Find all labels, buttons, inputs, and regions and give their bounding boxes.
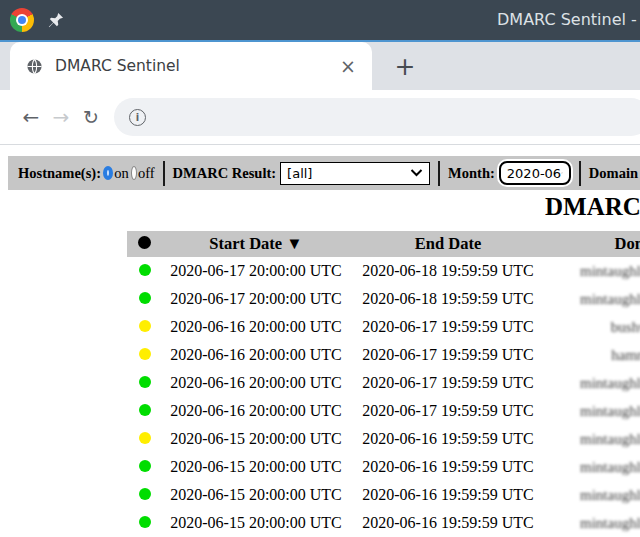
status-dot: [139, 404, 151, 416]
dmarc-result-label: DMARC Result:: [173, 165, 277, 182]
status-dot: [139, 516, 151, 528]
reload-icon[interactable]: ↻: [76, 106, 106, 128]
table-row: 2020-06-16 20:00:00 UTC 2020-06-17 19:59…: [127, 313, 640, 341]
start-date-cell: 2020-06-16 20:00:00 UTC: [162, 402, 350, 420]
dmarc-result-value: [all]: [287, 166, 312, 181]
status-dot: [139, 376, 151, 388]
domain-cell: bushwelsh: [546, 319, 640, 336]
start-date-cell: 2020-06-17 20:00:00 UTC: [162, 290, 350, 308]
divider: [163, 161, 165, 186]
domain-cell: mintaughlibmshrvelt: [546, 459, 640, 476]
start-date-cell: 2020-06-15 20:00:00 UTC: [162, 458, 350, 476]
domain-cell: mintaughlibmshrvelt: [546, 263, 640, 280]
table-row: 2020-06-17 20:00:00 UTC 2020-06-18 19:59…: [127, 257, 640, 285]
filter-bar: Hostname(s): on off DMARC Result: [all] …: [8, 156, 640, 190]
start-date-cell: 2020-06-16 20:00:00 UTC: [162, 346, 350, 364]
status-dot: [139, 292, 151, 304]
month-select[interactable]: 2020-06: [499, 161, 571, 185]
start-date-cell: 2020-06-16 20:00:00 UTC: [162, 318, 350, 336]
report-table: Start Date ▼ End Date Domain 2020-06-17 …: [127, 231, 640, 536]
hostnames-off-label: off: [138, 165, 155, 182]
end-date-cell: 2020-06-16 19:59:59 UTC: [350, 430, 546, 448]
domain-cell: hamrbldes: [546, 347, 640, 364]
domain-cell: mintaughlibmshrvelt: [546, 431, 640, 448]
domain-column-header[interactable]: Domain: [546, 234, 640, 254]
month-value: 2020-06: [507, 166, 561, 181]
status-dot: [139, 264, 151, 276]
table-row: 2020-06-15 20:00:00 UTC 2020-06-16 19:59…: [127, 481, 640, 509]
end-date-cell: 2020-06-17 19:59:59 UTC: [350, 402, 546, 420]
status-dot: [139, 488, 151, 500]
end-date-cell: 2020-06-17 19:59:59 UTC: [350, 374, 546, 392]
globe-icon: [26, 58, 43, 75]
address-bar[interactable]: i: [114, 98, 640, 136]
domain-cell: mintaughlibmshrvelt: [546, 515, 640, 532]
dmarc-result-select[interactable]: [all]: [280, 162, 430, 185]
chevron-down-icon: [410, 169, 423, 177]
domain-cell: mintaughlibmshrvelt: [546, 291, 640, 308]
table-row: 2020-06-16 20:00:00 UTC 2020-06-17 19:59…: [127, 369, 640, 397]
end-date-cell: 2020-06-18 19:59:59 UTC: [350, 262, 546, 280]
table-row: 2020-06-15 20:00:00 UTC 2020-06-16 19:59…: [127, 509, 640, 536]
end-date-column-header[interactable]: End Date: [350, 234, 546, 254]
start-date-cell: 2020-06-15 20:00:00 UTC: [162, 486, 350, 504]
end-date-cell: 2020-06-17 19:59:59 UTC: [350, 346, 546, 364]
table-row: 2020-06-17 20:00:00 UTC 2020-06-18 19:59…: [127, 285, 640, 313]
domain-cell: mintaughlibmshrvelt: [546, 487, 640, 504]
end-date-cell: 2020-06-16 19:59:59 UTC: [350, 458, 546, 476]
status-dot: [139, 348, 151, 360]
pin-icon: [46, 11, 65, 30]
hostnames-on-radio[interactable]: [103, 166, 113, 180]
status-dot: [139, 460, 151, 472]
divider: [579, 161, 581, 186]
new-tab-button[interactable]: +: [389, 50, 421, 82]
window-titlebar: DMARC Sentinel -: [0, 0, 640, 40]
chevron-down-icon: [561, 169, 563, 177]
end-date-cell: 2020-06-16 19:59:59 UTC: [350, 514, 546, 532]
table-header-row: Start Date ▼ End Date Domain: [127, 231, 640, 257]
divider: [438, 161, 440, 186]
status-column-header-dot: [138, 236, 151, 249]
status-dot: [139, 432, 151, 444]
back-icon[interactable]: ←: [16, 105, 46, 129]
hostnames-on-label: on: [114, 165, 129, 182]
start-date-cell: 2020-06-15 20:00:00 UTC: [162, 514, 350, 532]
table-row: 2020-06-15 20:00:00 UTC 2020-06-16 19:59…: [127, 425, 640, 453]
start-date-column-header[interactable]: Start Date ▼: [162, 234, 350, 254]
table-row: 2020-06-16 20:00:00 UTC 2020-06-17 19:59…: [127, 341, 640, 369]
status-dot: [139, 320, 151, 332]
domain-cell: mintaughlibmshrvelt: [546, 403, 640, 420]
start-date-cell: 2020-06-16 20:00:00 UTC: [162, 374, 350, 392]
hostnames-label: Hostname(s):: [18, 165, 101, 182]
info-icon[interactable]: i: [129, 109, 146, 126]
nav-toolbar: ← → ↻ i: [0, 90, 640, 145]
page-content: Hostname(s): on off DMARC Result: [all] …: [0, 145, 640, 536]
tab-title: DMARC Sentinel: [55, 57, 336, 75]
table-row: 2020-06-16 20:00:00 UTC 2020-06-17 19:59…: [127, 397, 640, 425]
window-title: DMARC Sentinel -: [497, 10, 637, 29]
tab-strip: DMARC Sentinel × +: [0, 42, 640, 90]
domain-cell: mintaughlibmshrvelt: [546, 375, 640, 392]
month-label: Month:: [448, 165, 495, 182]
table-body: 2020-06-17 20:00:00 UTC 2020-06-18 19:59…: [127, 257, 640, 536]
browser-window: DMARC Sentinel - DMARC Sentinel × + ← → …: [0, 0, 640, 536]
end-date-cell: 2020-06-16 19:59:59 UTC: [350, 486, 546, 504]
hostnames-off-radio[interactable]: [131, 166, 137, 180]
end-date-cell: 2020-06-17 19:59:59 UTC: [350, 318, 546, 336]
page-title: DMARC: [545, 193, 640, 221]
domain-filter-label: Domain: [589, 165, 638, 182]
chrome-logo-icon: [10, 8, 34, 32]
end-date-cell: 2020-06-18 19:59:59 UTC: [350, 290, 546, 308]
start-date-cell: 2020-06-15 20:00:00 UTC: [162, 430, 350, 448]
browser-tab[interactable]: DMARC Sentinel ×: [10, 42, 372, 90]
start-date-cell: 2020-06-17 20:00:00 UTC: [162, 262, 350, 280]
tab-close-icon[interactable]: ×: [336, 55, 360, 78]
table-row: 2020-06-15 20:00:00 UTC 2020-06-16 19:59…: [127, 453, 640, 481]
forward-icon: →: [46, 105, 76, 129]
